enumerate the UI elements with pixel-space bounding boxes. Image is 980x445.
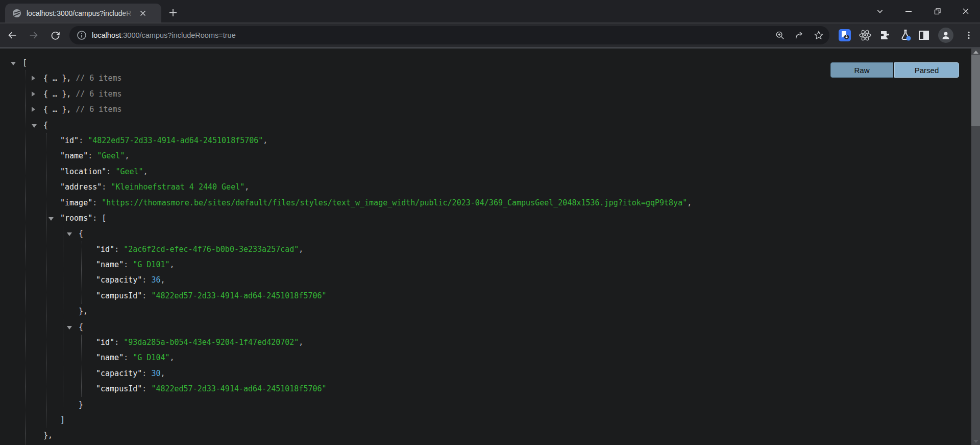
token-key: "campusId"	[96, 291, 142, 300]
token-punc: :	[142, 275, 151, 285]
token-punc: ,	[299, 245, 303, 254]
token-key: "location"	[60, 167, 106, 176]
token-punc: ,	[143, 167, 148, 176]
tab-title-fade	[120, 9, 135, 17]
json-line: "capacity": 36,	[0, 272, 971, 288]
minimize-button[interactable]	[894, 0, 923, 22]
parsed-button[interactable]: Parsed	[894, 62, 959, 78]
site-info-icon[interactable]	[77, 30, 87, 40]
json-line: }	[0, 397, 971, 412]
token-brace: },	[62, 74, 71, 83]
json-line: "id": "2ac6f2cd-efec-4f76-b0b0-3e233a257…	[0, 242, 971, 257]
expand-toggle-icon[interactable]	[32, 107, 35, 112]
token-key: "address"	[60, 182, 102, 192]
restore-button[interactable]	[923, 0, 951, 22]
json-line: },	[0, 428, 971, 443]
collapsed-array-item[interactable]: { … }, // 6 items	[0, 102, 971, 117]
bookmark-star-icon[interactable]	[813, 30, 824, 41]
share-icon[interactable]	[794, 30, 805, 41]
json-line: "campusId": "4822ed57-2d33-4914-ad64-245…	[0, 381, 971, 396]
window-controls	[866, 0, 980, 22]
token-brace: },	[43, 431, 53, 440]
token-comment: // 6 items	[71, 89, 121, 99]
token-punc: :	[92, 214, 102, 223]
collapse-toggle-icon[interactable]	[67, 326, 72, 330]
raw-button[interactable]: Raw	[830, 62, 893, 78]
scrollbar-up-arrow-icon[interactable]	[973, 51, 978, 54]
collapse-toggle-icon[interactable]	[67, 232, 72, 236]
url-text: localhost:3000/campus?includeRooms=true	[92, 31, 236, 39]
expand-toggle-icon[interactable]	[32, 76, 35, 81]
profile-avatar[interactable]	[938, 28, 953, 43]
token-punc: ,	[299, 338, 303, 347]
json-line: "image": "https://thomasmore.be/sites/de…	[0, 195, 971, 210]
json-tree: [{ … }, // 6 items{ … }, // 6 items{ … }…	[0, 49, 971, 445]
token-key: "id"	[60, 136, 79, 145]
viewer-toggle: Raw Parsed	[830, 62, 959, 78]
browser-menu-kebab-icon[interactable]	[962, 28, 976, 42]
token-punc: ,	[160, 275, 165, 285]
extensions-puzzle-icon[interactable]	[878, 28, 892, 42]
token-str: "G D101"	[133, 260, 169, 269]
token-punc: :	[114, 338, 124, 347]
token-str: "Kleinhoefstraat 4 2440 Geel"	[111, 182, 244, 192]
scrollbar-down-arrow-icon[interactable]	[973, 440, 978, 443]
token-punc: ,	[170, 353, 175, 362]
token-num: 30	[151, 369, 160, 378]
collapsed-array-item[interactable]: { … }, // 6 items	[0, 86, 971, 102]
token-punc: ,	[125, 151, 129, 160]
token-brace: {	[79, 229, 83, 238]
json-line: "capacity": 30,	[0, 366, 971, 381]
token-str: "4822ed57-2d33-4914-ad64-2451018f5706"	[151, 291, 326, 300]
token-punc: :	[124, 353, 133, 362]
react-devtools-extension-icon[interactable]	[858, 28, 872, 42]
token-brace: {	[79, 322, 83, 332]
token-brace: ]	[60, 415, 65, 425]
flask-extension-icon[interactable]	[898, 28, 913, 42]
zoom-icon[interactable]	[774, 30, 786, 41]
json-line: {	[0, 319, 971, 335]
scrollbar-thumb[interactable]	[971, 55, 980, 126]
back-button[interactable]	[4, 27, 21, 44]
new-tab-button[interactable]	[166, 6, 180, 19]
token-str: "93da285a-b054-43e4-9204-1f47ed420702"	[124, 338, 299, 347]
token-ellipsis: …	[48, 105, 62, 114]
collapse-toggle-icon[interactable]	[48, 217, 54, 221]
collapsed-array-item[interactable]: { … }, // 6 items	[0, 71, 971, 86]
token-ellipsis: …	[48, 74, 62, 83]
tab-close-icon[interactable]	[138, 8, 148, 18]
token-key: "capacity"	[96, 369, 142, 378]
token-punc: :	[92, 198, 102, 207]
expand-toggle-icon[interactable]	[32, 91, 35, 97]
token-comment: // 6 items	[71, 74, 121, 83]
close-window-button[interactable]	[951, 0, 980, 22]
password-manager-extension-icon[interactable]	[838, 28, 852, 42]
page-scrollbar[interactable]	[971, 49, 980, 445]
token-brace: [	[102, 214, 106, 223]
url-bar[interactable]: localhost:3000/campus?includeRooms=true	[69, 26, 829, 44]
token-key: "capacity"	[96, 275, 142, 285]
token-str: "Geel"	[115, 167, 143, 176]
token-key: "name"	[96, 353, 124, 362]
token-brace: {	[43, 89, 48, 99]
globe-favicon	[12, 9, 21, 18]
browser-tab[interactable]: localhost:3000/campus?includeR	[5, 4, 161, 22]
token-str: "2ac6f2cd-efec-4f76-b0b0-3e233a257cad"	[124, 245, 299, 254]
token-num: 36	[151, 275, 160, 285]
token-str: "G D104"	[133, 353, 169, 362]
forward-button[interactable]	[25, 27, 42, 44]
token-str: "4822ed57-2d33-4914-ad64-2451018f5706"	[151, 384, 326, 393]
tab-search-chevron-icon[interactable]	[866, 0, 894, 22]
token-brace: {	[43, 105, 48, 114]
token-key: "id"	[96, 245, 114, 254]
reload-button[interactable]	[46, 27, 64, 44]
side-panel-extension-icon[interactable]	[917, 28, 931, 42]
tab-strip: localhost:3000/campus?includeR	[0, 0, 980, 22]
token-punc: ,	[263, 136, 267, 145]
collapse-toggle-icon[interactable]	[32, 124, 37, 128]
token-brace: {	[43, 74, 48, 83]
json-line: ]	[0, 412, 971, 428]
token-brace: }	[79, 400, 83, 409]
json-line: "campusId": "4822ed57-2d33-4914-ad64-245…	[0, 288, 971, 303]
collapse-toggle-icon[interactable]	[11, 62, 16, 65]
